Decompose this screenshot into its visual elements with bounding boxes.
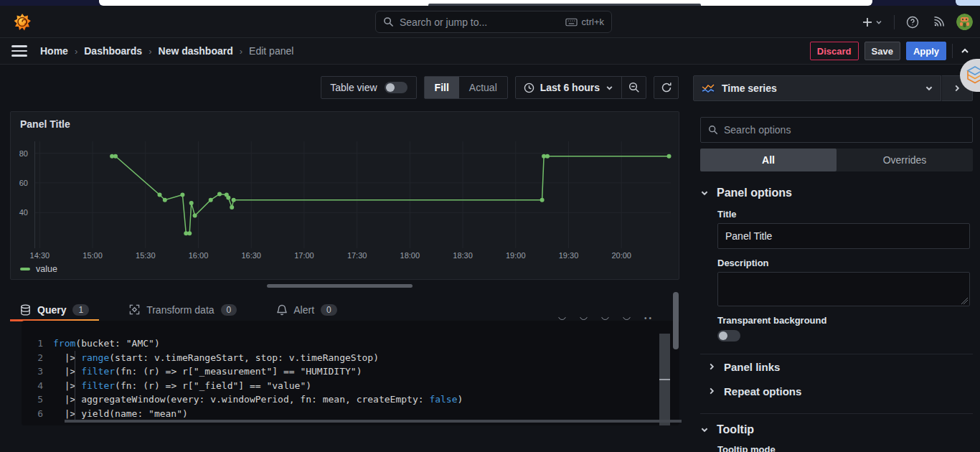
x-tick-label: 15:00 [78, 251, 107, 260]
browser-extension-pill [956, 0, 980, 6]
nav-divider [894, 15, 895, 29]
code-line: 1from(bucket: "AMC") [22, 336, 679, 351]
x-tick-label: 17:30 [343, 251, 372, 260]
panel-toolbar: Table view Fill Actual Last 6 hours [321, 76, 679, 99]
flux-query-editor[interactable]: 1from(bucket: "AMC")2 |> range(start: v.… [22, 321, 679, 425]
transparent-bg-toggle[interactable] [717, 330, 740, 342]
chevron-up-icon [960, 46, 970, 56]
global-search[interactable]: ctrl+k [375, 11, 612, 33]
section-panel-options[interactable]: Panel options [700, 186, 792, 200]
transform-icon [129, 304, 140, 315]
options-search[interactable] [700, 117, 973, 143]
viz-picker: Time series [693, 75, 973, 101]
actual-mode-button[interactable]: Actual [459, 77, 507, 98]
panel-title-input[interactable] [717, 223, 970, 249]
tab-transform-data[interactable]: Transform data 0 [119, 298, 247, 321]
x-tick-label: 15:30 [131, 251, 160, 260]
pane-resize-handle[interactable] [267, 284, 413, 288]
table-view-toggle[interactable] [385, 82, 407, 93]
editor-tabs: Query 1 Transform data 0 Alert 0 [10, 298, 347, 321]
options-pane: All Overrides Panel options Title Descri… [700, 106, 973, 452]
section-tooltip[interactable]: Tooltip [700, 423, 754, 437]
breadcrumb-dashboards[interactable]: Dashboards [84, 45, 142, 57]
tab-overrides[interactable]: Overrides [837, 149, 973, 171]
tab-query[interactable]: Query 1 [10, 298, 99, 321]
editor-horizontal-scrollbar[interactable] [65, 420, 682, 423]
table-view-group: Table view [321, 76, 416, 99]
shortcut-label: ctrl+k [582, 17, 604, 27]
viz-picker-label: Time series [722, 83, 918, 94]
section-repeat-options[interactable]: Repeat options [700, 379, 973, 403]
clock-icon [524, 83, 534, 93]
duplicate-icon[interactable] [580, 317, 588, 320]
eye-icon[interactable] [601, 317, 609, 320]
legend-item-value[interactable]: value [20, 264, 57, 274]
x-tick-label: 20:00 [607, 251, 636, 260]
chevron-down-icon [606, 84, 613, 92]
y-tick-label: 80 [11, 149, 28, 158]
tab-alert[interactable]: Alert 0 [267, 298, 347, 321]
options-search-input[interactable] [724, 124, 965, 136]
chevron-down-icon[interactable] [558, 317, 566, 320]
tab-label: Transform data [146, 304, 214, 316]
breadcrumb-separator: › [240, 46, 242, 57]
line-number: 1 [22, 336, 53, 351]
time-range-picker[interactable]: Last 6 hours [516, 77, 621, 98]
user-avatar[interactable] [956, 14, 973, 30]
time-range-label: Last 6 hours [540, 82, 600, 93]
alert-count-badge: 0 [321, 304, 337, 316]
chevron-down-icon [700, 425, 709, 434]
zoom-out-icon [628, 82, 640, 93]
help-button[interactable] [905, 14, 920, 30]
x-axis: 14:3015:0015:3016:0016:3017:0017:3018:00… [34, 251, 671, 261]
grafana-logo[interactable] [13, 13, 32, 32]
collapse-up-button[interactable] [958, 44, 971, 57]
line-number: 6 [22, 407, 53, 421]
search-icon [708, 125, 718, 135]
search-shortcut: ctrl+k [565, 17, 604, 27]
fill-mode-button[interactable]: Fill [425, 77, 459, 98]
refresh-button[interactable] [654, 77, 678, 98]
y-axis: 406080 [11, 141, 29, 248]
edit-panel-main: Table view Fill Actual Last 6 hours [0, 65, 690, 452]
breadcrumb-separator: › [149, 46, 151, 57]
legend-swatch [20, 268, 30, 270]
new-menu-button[interactable] [860, 15, 884, 29]
workspace: Table view Fill Actual Last 6 hours [0, 65, 980, 452]
news-feed-button[interactable] [930, 14, 946, 30]
timeseries-chart[interactable] [34, 141, 671, 248]
menu-toggle-button[interactable] [11, 44, 27, 58]
breadcrumb-bar: Home › Dashboards › New dashboard › Edit… [0, 38, 980, 65]
title-field-label: Title [717, 209, 973, 220]
y-tick-label: 60 [11, 179, 28, 187]
search-input[interactable] [400, 17, 560, 28]
y-tick-label: 40 [11, 208, 28, 217]
apply-button[interactable]: Apply [906, 42, 946, 60]
database-icon [20, 304, 31, 316]
breadcrumb: Home › Dashboards › New dashboard › Edit… [40, 45, 293, 57]
panel-description-textarea[interactable] [717, 272, 970, 306]
section-title: Repeat options [724, 385, 801, 397]
refresh-icon [661, 82, 672, 93]
time-range-group: Last 6 hours [515, 76, 646, 99]
breadcrumb-home[interactable]: Home [40, 45, 68, 57]
zoom-out-button[interactable] [622, 77, 646, 98]
chevron-down-icon [875, 19, 882, 26]
editor-scrollbar[interactable] [659, 334, 670, 425]
section-title: Panel options [717, 187, 792, 199]
section-panel-links[interactable]: Panel links [700, 354, 973, 379]
query-pane-scrollbar[interactable] [673, 292, 679, 349]
visualization-panel[interactable]: Panel Title 406080 14:3015:0015:3016:001… [10, 111, 679, 280]
x-tick-label: 16:30 [237, 251, 265, 260]
tab-all[interactable]: All [700, 149, 837, 171]
trash-icon[interactable] [623, 317, 631, 320]
save-button[interactable]: Save [864, 42, 900, 60]
search-icon [383, 17, 394, 27]
breadcrumb-dashboard-name[interactable]: New dashboard [159, 45, 233, 57]
viz-picker-button[interactable]: Time series [693, 75, 941, 101]
line-number: 2 [22, 351, 53, 365]
line-number: 3 [22, 364, 53, 379]
transparent-bg-label: Transparent background [717, 315, 973, 326]
divider [700, 413, 973, 414]
discard-button[interactable]: Discard [810, 42, 859, 60]
